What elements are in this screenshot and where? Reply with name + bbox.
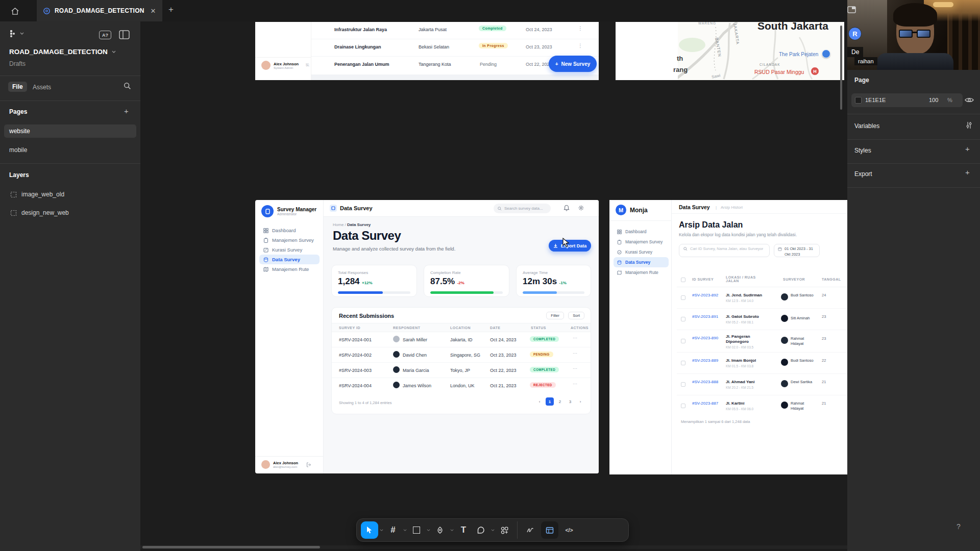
shape-tool-chevron-icon[interactable] [425,521,431,539]
collaborator-avatar[interactable]: R [848,27,862,40]
col-header[interactable]: SURVEYOR [783,278,805,281]
frame-tool[interactable]: # [384,521,402,539]
add-export-button[interactable]: + [965,168,970,177]
color-swatch[interactable] [855,97,862,104]
panel-layout-icon[interactable] [119,30,130,41]
col-header[interactable]: STATUS [531,326,546,330]
page-next-button[interactable]: › [576,397,584,406]
window-icon[interactable] [847,6,856,13]
page-2-button[interactable]: 2 [556,397,564,406]
survey-id-link[interactable]: #SV-2023-891 [692,314,719,319]
logout-icon[interactable] [306,462,311,467]
map-poi-hospital[interactable]: RSUD Pasar Minggu [754,69,804,75]
mockup-map[interactable]: South Jakarta WARENG BANTEN JAKARTA th r… [616,22,844,80]
nav-dashboard[interactable]: Dashboard [259,226,320,235]
nav-manajemen-survey[interactable]: Manajemen Survey [259,235,320,245]
col-header[interactable]: DATE [490,326,501,330]
nav-manajemen-rute[interactable]: Manajemen Rute [259,264,320,274]
search-box[interactable]: Search survey data... [494,204,551,213]
page-item-mobile[interactable]: mobile [9,146,27,154]
col-header[interactable]: LOCATION [450,326,471,330]
layer-item-design-new-web[interactable]: design_new_web [10,209,69,216]
bell-icon[interactable] [564,205,570,212]
row-menu-icon[interactable]: ··· [573,350,577,356]
table-row[interactable]: #SRV-2024-002 David Chen Singapore, SG O… [332,347,591,363]
sort-button[interactable]: Sort [568,312,584,319]
main-menu-button[interactable] [9,30,24,38]
color-hex-value[interactable]: 1E1E1E [865,97,886,103]
nav-data-survey[interactable]: Data Survey [614,257,669,267]
styles-section-label[interactable]: Styles [854,147,871,154]
pen-tool[interactable] [431,521,449,539]
tab-file[interactable]: File [8,82,27,92]
filter-button[interactable]: Filter [546,312,564,319]
search-input[interactable]: Cari ID Survey, Nama Jalan, atau Surveyo… [679,244,770,257]
row-menu-icon[interactable]: ⋮ [578,43,583,48]
map-poi-park[interactable]: The Park Pejaten [779,52,818,57]
file-tab[interactable]: ROAD_DAMAGE_DETECTION ✕ [37,0,162,21]
nav-manajemen-rute[interactable]: Manajemen Rute [614,267,669,278]
export-section-label[interactable]: Export [854,170,872,178]
tab-close-icon[interactable]: ✕ [151,7,156,15]
shape-tool[interactable] [408,521,425,539]
row-menu-icon[interactable]: ··· [573,381,577,386]
col-header[interactable]: SURVEY ID [339,326,360,330]
sliders-icon[interactable] [965,121,973,129]
table-row[interactable]: #SV-2023-892 Jl. Jend. Sudirman KM 12.5 … [677,287,847,309]
row-menu-icon[interactable]: ··· [573,366,577,371]
mockup-monja-archive[interactable]: M Monja Dashboard Manajemen Survey Kuras… [609,200,847,474]
search-icon[interactable] [124,82,131,92]
survey-id-link[interactable]: #SV-2023-892 [692,293,719,298]
table-row[interactable]: #SRV-2024-001 Sarah Miller Jakarta, ID O… [332,332,591,347]
tab-assets[interactable]: Assets [33,84,51,91]
table-row[interactable]: #SV-2023-887 Jl. Kartini KM 05.5 - KM 06… [677,395,847,417]
survey-id-link[interactable]: #SV-2023-887 [692,401,719,406]
col-header[interactable]: LOKASI / RUAS JALAN [726,276,758,283]
col-header[interactable]: ID SURVEY [692,278,714,281]
home-button[interactable] [8,5,21,18]
actions-tool[interactable] [496,521,513,539]
dev-resources-tool[interactable] [541,521,558,539]
row-menu-icon[interactable]: ⋮ [578,26,583,31]
variables-section-label[interactable]: Variables [854,122,879,130]
breadcrumb-home[interactable]: Home [333,222,344,227]
comment-tool[interactable] [472,521,489,539]
text-tool[interactable]: T [455,521,472,539]
design-canvas[interactable]: Alex Johnson System Admin ⎘ Infrastruktu… [140,21,847,551]
col-header[interactable]: RESPONDENT [393,326,421,330]
nav-kurasi-survey[interactable]: Kurasi Survey [259,245,320,255]
row-menu-icon[interactable]: ··· [573,335,577,340]
hospital-poi-icon[interactable]: H [811,67,819,76]
file-location[interactable]: Drafts [9,60,26,67]
table-row[interactable]: #SRV-2024-003 Maria Garcia Tokyo, JP Oct… [332,363,591,378]
row-checkbox[interactable] [681,317,685,321]
row-checkbox[interactable] [681,295,685,300]
webcam-video[interactable]: De raihan [847,0,980,70]
gear-icon[interactable] [578,205,584,211]
table-row[interactable]: #SV-2023-889 Jl. Imam Bonjol KM 01.5 - K… [677,353,847,374]
canvas-vertical-scrollbar[interactable] [840,26,842,110]
nav-manajemen-survey[interactable]: Manajemen Survey [614,237,669,247]
dev-mode-toggle[interactable]: </> [560,521,578,539]
comment-tool-chevron-icon[interactable] [489,521,496,539]
logout-icon[interactable]: ⎘ [306,63,309,68]
survey-id-link[interactable]: #SV-2023-888 [692,380,719,385]
row-checkbox[interactable] [681,404,685,408]
new-tab-button[interactable]: + [168,5,174,15]
nav-data-survey[interactable]: Data Survey [259,255,320,264]
canvas-horizontal-scrollbar[interactable] [142,546,320,548]
shopping-poi-icon[interactable] [822,49,830,58]
eye-icon[interactable] [965,96,974,104]
col-header[interactable]: TANGGAL [822,278,841,281]
row-checkbox[interactable] [681,361,685,365]
page-1-button[interactable]: 1 [546,397,554,406]
survey-id-link[interactable]: #SV-2023-889 [692,358,719,363]
page-item-website[interactable]: website [9,128,30,135]
mockup-dashboard-old[interactable]: Alex Johnson System Admin ⎘ Infrastruktu… [255,22,599,80]
layer-item-image-web-old[interactable]: image_web_old [10,191,64,198]
frame-tool-chevron-icon[interactable] [402,521,408,539]
mockup-survey-manager[interactable]: Survey Manager Administrator Dashboard M… [255,200,599,473]
add-page-button[interactable]: + [124,107,129,115]
page-3-button[interactable]: 3 [566,397,574,406]
file-name-menu[interactable]: ROAD_DAMAGE_DETECTION [9,48,116,56]
